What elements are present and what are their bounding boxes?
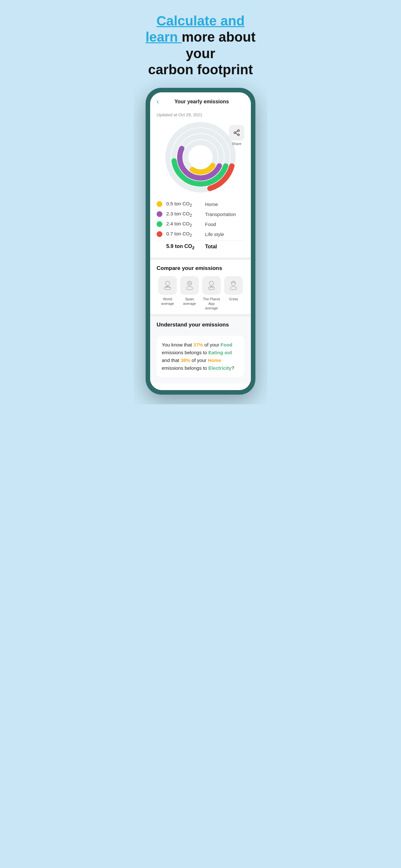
compare-greta[interactable]: Greta [222,276,244,311]
list-item: 0.7 ton CO2 Life style [157,229,244,239]
back-button[interactable]: ‹ [157,97,159,106]
world-icon [161,279,174,291]
total-row: 5.9 ton CO2 Total [157,241,244,254]
compare-planet[interactable]: The Planet Appaverage [201,276,222,311]
updated-date: Updated at Oct 29, 2021 [157,110,244,119]
hero-title: Calculate and learn more about yourcarbo… [143,13,258,78]
total-amount: 5.9 ton CO2 [166,244,205,250]
hero-more: more [182,29,215,44]
emissions-legend: 0.5 ton CO2 Home 2.3 ton CO2 Transportat… [157,196,244,257]
understand-text: You know that 37% of your Food emissions… [162,342,234,371]
understand-card: You know that 37% of your Food emissions… [157,336,244,377]
planet-icon [205,279,218,291]
screen-content: Updated at Oct 29, 2021 [150,110,251,390]
hero-section: Calculate and learn more about yourcarbo… [134,0,267,85]
compare-section: Compare your emissions [157,260,244,314]
greta-avatar [224,276,243,295]
total-label: Total [205,244,217,250]
phone-frame: ‹ Your yearly emissions Updated at Oct 2… [146,88,255,395]
transport-amount: 2.3 ton CO2 [166,211,205,218]
pct1: 37% [193,342,203,347]
home-dot [157,201,162,207]
compare-grid: Worldaverage [157,276,244,311]
greta-label: Greta [229,297,238,301]
share-button[interactable]: Share [229,125,244,146]
section-divider-1 [150,257,251,260]
phone-screen: ‹ Your yearly emissions Updated at Oct 2… [150,92,251,390]
food-word: Food [220,342,233,347]
chart-area: Share [157,122,244,193]
lifestyle-amount: 0.7 ton CO2 [166,231,205,238]
planet-avatar [202,276,221,295]
section-divider-2 [150,314,251,316]
home-amount: 0.5 ton CO2 [166,201,205,208]
food-category: Food [205,221,216,227]
compare-title: Compare your emissions [157,265,244,272]
world-label: Worldaverage [161,297,174,306]
understand-title: Understand your emissions [157,316,244,332]
list-item: 0.5 ton CO2 Home [157,199,244,209]
transport-dot [157,211,162,217]
transport-category: Transportation [205,212,236,217]
greta-icon [227,279,240,291]
food-amount: 2.4 ton CO2 [166,221,205,228]
svg-line-11 [236,133,238,134]
lifestyle-category: Life style [205,231,224,237]
spain-avatar [180,276,199,295]
list-item: 2.4 ton CO2 Food [157,219,244,229]
phone-wrapper: ‹ Your yearly emissions Updated at Oct 2… [134,85,267,404]
screen-title: Your yearly emissions [159,99,244,104]
food-dot [157,221,162,227]
spain-label: Spainaverage [183,297,196,306]
electricity-word: Electricity [208,365,232,371]
lifestyle-dot [157,231,162,237]
home-category: Home [205,202,218,207]
svg-point-19 [209,281,213,285]
spain-icon [183,279,196,291]
home-word: Home [208,358,221,363]
planet-label: The Planet Appaverage [201,297,222,311]
share-icon [229,125,244,141]
eating-out-word: Eating out [208,350,232,355]
compare-spain[interactable]: Spainaverage [179,276,201,311]
list-item: 2.3 ton CO2 Transportation [157,209,244,219]
emissions-chart [165,122,236,193]
pct2: 38% [181,358,190,363]
svg-line-18 [188,282,191,284]
understand-section: Understand your emissions You know that … [150,316,251,383]
screen-header: ‹ Your yearly emissions [150,92,251,110]
svg-line-12 [236,131,238,132]
svg-rect-16 [187,287,193,290]
svg-point-13 [165,281,169,285]
share-label: Share [232,142,241,146]
compare-world[interactable]: Worldaverage [157,276,179,311]
world-avatar [158,276,177,295]
svg-rect-22 [230,287,237,290]
